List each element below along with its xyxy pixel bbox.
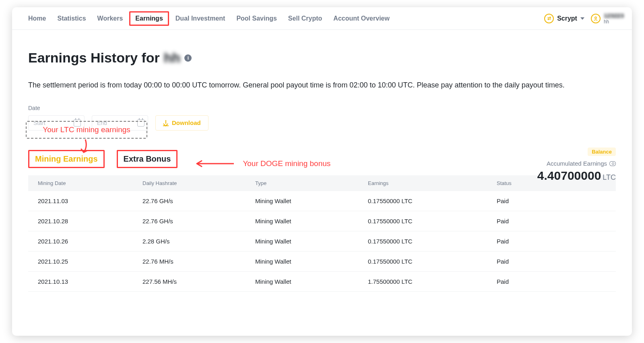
calendar-icon xyxy=(74,119,81,127)
nav-statistics[interactable]: Statistics xyxy=(57,7,86,29)
date-end-input[interactable]: End xyxy=(92,115,148,131)
cell-earnings: 0.17550000 LTC xyxy=(368,197,497,204)
user-icon xyxy=(591,14,601,23)
nav-dual-investment[interactable]: Dual Investment xyxy=(175,7,225,29)
cell-date: 2021.10.26 xyxy=(38,238,142,245)
accumulated-earnings-value: 4.40700000LTC xyxy=(537,169,616,183)
nav-workers[interactable]: Workers xyxy=(97,7,123,29)
cell-earnings: 1.75500000 LTC xyxy=(368,278,497,285)
settlement-description: The settlement period is from today 00:0… xyxy=(28,79,616,91)
download-icon xyxy=(163,120,169,126)
svg-point-0 xyxy=(595,17,597,18)
main-nav: Home Statistics Workers Earnings Dual In… xyxy=(28,7,390,29)
cell-status: Paid xyxy=(497,197,606,204)
algorithm-label: Scrypt xyxy=(557,15,577,22)
download-button[interactable]: Download xyxy=(155,115,208,131)
eye-icon[interactable] xyxy=(609,161,616,166)
info-icon[interactable]: i xyxy=(184,54,192,62)
cell-date: 2021.11.03 xyxy=(38,197,142,204)
cell-hashrate: 22.76 GH/s xyxy=(142,218,255,225)
download-label: Download xyxy=(172,119,201,126)
table-row: 2021.10.262.28 GH/sMining Wallet0.175500… xyxy=(28,231,616,252)
nav-account-overview[interactable]: Account Overview xyxy=(333,7,390,29)
nav-pool-savings[interactable]: Pool Savings xyxy=(236,7,277,29)
table-header: Mining Date Daily Hashrate Type Earnings… xyxy=(28,175,616,191)
table-row: 2021.10.2822.76 GH/sMining Wallet0.17550… xyxy=(28,211,616,231)
cell-earnings: 0.17550000 LTC xyxy=(368,238,497,245)
cell-type: Mining Wallet xyxy=(255,238,368,245)
nav-earnings[interactable]: Earnings xyxy=(134,7,164,29)
col-mining-date: Mining Date xyxy=(38,180,142,186)
balance-badge[interactable]: Balance xyxy=(588,148,616,156)
cell-earnings: 0.17550000 LTC xyxy=(368,258,497,265)
calendar-icon xyxy=(137,119,144,127)
table-row: 2021.10.13227.56 MH/sMining Wallet1.7550… xyxy=(28,272,616,292)
cell-hashrate: 227.56 MH/s xyxy=(142,278,255,285)
col-daily-hashrate: Daily Hashrate xyxy=(142,180,255,186)
cell-hashrate: 22.76 MH/s xyxy=(142,258,255,265)
table-row: 2021.11.0322.76 GH/sMining Wallet0.17550… xyxy=(28,191,616,211)
col-type: Type xyxy=(255,180,368,186)
date-label: Date xyxy=(28,105,616,111)
algorithm-select[interactable]: ⇄ Scrypt xyxy=(544,14,584,23)
accumulated-earnings-label: Accumulated Earnings xyxy=(547,160,616,167)
date-start-input[interactable]: Start xyxy=(28,115,85,131)
user-chip[interactable]: 123223 hh xyxy=(591,12,624,25)
col-earnings: Earnings xyxy=(368,180,497,186)
cell-type: Mining Wallet xyxy=(255,278,368,285)
cell-status: Paid xyxy=(497,238,606,245)
cell-type: Mining Wallet xyxy=(255,197,368,204)
cell-date: 2021.10.25 xyxy=(38,258,142,265)
chevron-down-icon xyxy=(580,17,584,20)
title-prefix: Earnings History for xyxy=(28,50,160,66)
tab-mining-earnings[interactable]: Mining Earnings xyxy=(28,150,105,168)
user-number: 123223 xyxy=(604,12,624,19)
cell-status: Paid xyxy=(497,258,606,265)
earnings-table: Mining Date Daily Hashrate Type Earnings… xyxy=(28,175,616,292)
table-row: 2021.10.2522.76 MH/sMining Wallet0.17550… xyxy=(28,252,616,272)
start-placeholder: Start xyxy=(33,120,45,126)
topbar: Home Statistics Workers Earnings Dual In… xyxy=(12,7,632,30)
page-title: Earnings History for hh i xyxy=(28,50,616,66)
nav-sell-crypto[interactable]: Sell Crypto xyxy=(288,7,322,29)
arrow-left-icon xyxy=(194,160,234,168)
cell-date: 2021.10.13 xyxy=(38,278,142,285)
title-user: hh xyxy=(164,50,181,66)
cell-status: Paid xyxy=(497,278,606,285)
nav-home[interactable]: Home xyxy=(28,7,46,29)
cell-status: Paid xyxy=(497,218,606,225)
tabs-row: Mining Earnings Extra Bonus Your DOGE mi… xyxy=(28,150,616,168)
cell-hashrate: 2.28 GH/s xyxy=(142,238,255,245)
tab-extra-bonus[interactable]: Extra Bonus xyxy=(117,150,178,168)
doge-bonus-callout: Your DOGE mining bonus xyxy=(243,159,330,168)
cell-hashrate: 22.76 GH/s xyxy=(142,197,255,204)
cell-date: 2021.10.28 xyxy=(38,218,142,225)
swap-icon: ⇄ xyxy=(544,14,554,23)
end-placeholder: End xyxy=(97,120,107,126)
cell-earnings: 0.17550000 LTC xyxy=(368,218,497,225)
user-sub: hh xyxy=(604,19,624,25)
nav-earnings-highlight: Earnings xyxy=(129,11,169,26)
cell-type: Mining Wallet xyxy=(255,258,368,265)
cell-type: Mining Wallet xyxy=(255,218,368,225)
